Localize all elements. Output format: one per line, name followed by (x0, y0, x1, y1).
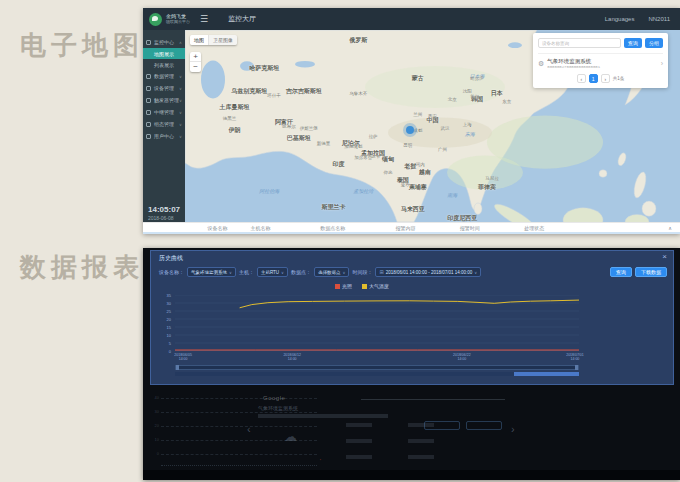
tab-monitor-hall[interactable]: 监控大厅 (228, 14, 256, 24)
sidebar-item-列表展示[interactable]: 列表展示 (143, 59, 185, 70)
datazoom-overview-bar[interactable] (175, 372, 579, 376)
sidebar-item-地图展示[interactable]: 地图展示 (143, 48, 185, 59)
trigger-icon (146, 98, 151, 103)
filter-row: 设备名称： 气象环境监测系统 ∨ 主机： 主机RTU ∨ 数据点： 选择数据点 … (159, 266, 667, 278)
cloud-weather-icon: ☁ (284, 429, 297, 444)
sidebar-item-label: 列表展示 (154, 62, 174, 68)
legend-item-光照[interactable]: 光照 (335, 283, 352, 289)
close-icon[interactable]: × (662, 252, 667, 261)
modal-title: 历史曲线 (159, 254, 183, 263)
alarm-column-报警内容: 报警内容 (395, 225, 415, 231)
device-filter-label: 设备名称： (159, 269, 184, 275)
device-name: 气象环境监测系统 (547, 58, 658, 65)
language-switch[interactable]: Languages (605, 16, 635, 22)
background-button-1 (424, 421, 460, 430)
gear-icon: ⚙ (538, 60, 544, 68)
device-code: 0000002700000000000001 (547, 65, 658, 69)
carousel-prev-icon: ‹ (247, 423, 251, 435)
sidebar-item-数据管理[interactable]: 数据管理∨ (143, 70, 185, 82)
alarm-column-报警时间: 报警时间 (460, 225, 480, 231)
group-button[interactable]: 分组 (645, 38, 663, 48)
sidebar-item-label: 设备管理 (154, 85, 174, 91)
sidebar-item-中继管理[interactable]: 中继管理∨ (143, 106, 185, 118)
sidebar-item-触发器管理[interactable]: 触发器管理∨ (143, 94, 185, 106)
zoom-in-button[interactable]: + (190, 52, 201, 62)
datazoom-selected-range[interactable] (514, 372, 579, 376)
background-device-card: 气象环境监测系统 ☁ (258, 405, 506, 465)
page: 电子地图 数据报表 金鸽飞龙 物联网云平台 ☰ 监控大厅 Languages N… (0, 0, 680, 482)
collapse-caret-icon[interactable]: ∧ (668, 225, 672, 231)
chevron-down-icon: ∨ (343, 270, 346, 275)
datapoint-select[interactable]: 选择数据点 ∨ (314, 267, 349, 277)
device-list-item[interactable]: ⚙ 气象环境监测系统 0000002700000000000001 › (538, 53, 663, 69)
map-view-button[interactable]: 地图 (190, 35, 208, 45)
sidebar-item-label: 用户中心 (154, 133, 174, 139)
search-button[interactable]: 查询 (624, 38, 642, 48)
caret-icon: ∧ (179, 40, 182, 45)
brand-text: 金鸽飞龙 物联网云平台 (166, 14, 190, 24)
satellite-view-button[interactable]: 卫星图像 (208, 35, 237, 45)
map-type-toggle: 地图 卫星图像 (190, 35, 237, 45)
alarm-column-数据点名称: 数据点名称 (320, 225, 345, 231)
menu-toggle-icon[interactable]: ☰ (200, 14, 208, 24)
y-axis-tick: 5 (153, 341, 171, 346)
pagination: ‹ 1 › 共1条 (538, 74, 663, 83)
device-cluster-marker[interactable] (406, 126, 414, 134)
query-button[interactable]: 查询 (610, 267, 632, 277)
map-app-window: 金鸽飞龙 物联网云平台 ☰ 监控大厅 Languages NN2011 监控中心… (143, 8, 680, 234)
relay-icon (146, 110, 151, 115)
y-axis-tick: 0 (153, 349, 171, 354)
page-next-button[interactable]: › (601, 74, 610, 83)
timerange-filter-label: 时间段： (352, 269, 372, 275)
database-icon (146, 74, 151, 79)
clock-date: 2018-06-08 (148, 215, 185, 221)
host-filter-label: 主机： (239, 269, 254, 275)
sidebar: 监控中心∧地图展示列表展示数据管理∨设备管理∨触发器管理∨中继管理∨组态管理∨用… (143, 30, 185, 234)
sidebar-item-label: 地图展示 (154, 51, 174, 57)
section-label-map: 电子地图 (20, 28, 144, 63)
background-scrollbar (361, 399, 505, 400)
sidebar-item-设备管理[interactable]: 设备管理∨ (143, 82, 185, 94)
chevron-down-icon: ∨ (229, 270, 232, 275)
history-line-chart (175, 295, 579, 351)
background-button-2 (466, 421, 502, 430)
device-select[interactable]: 气象环境监测系统 ∨ (187, 267, 236, 277)
host-select[interactable]: 主机RTU ∨ (257, 267, 288, 277)
sidebar-item-label: 触发器管理 (154, 97, 179, 103)
x-axis-tick: 2018/06/0514:00 (174, 353, 192, 361)
legend-label: 大气温度 (369, 283, 389, 289)
sidebar-item-label: 中继管理 (154, 109, 174, 115)
device-search-input[interactable] (538, 38, 621, 48)
chart-legend: 光照大气温度 (151, 283, 573, 289)
legend-item-大气温度[interactable]: 大气温度 (362, 283, 389, 289)
sidebar-item-label: 监控中心 (154, 39, 174, 45)
x-axis-tick: 2018/06/2214:00 (453, 353, 471, 361)
sidebar-item-组态管理[interactable]: 组态管理∨ (143, 118, 185, 130)
map-area[interactable]: 俄罗斯哈萨克斯坦蒙古中国印度巴基斯坦阿富汗伊朗缅甸泰国越南老挝柬埔寨菲律宾马来西… (185, 30, 680, 222)
alarm-column-设备名称: 设备名称 (207, 225, 227, 231)
sidebar-item-label: 数据管理 (154, 73, 174, 79)
section-label-report: 数据报表 (20, 250, 144, 285)
page-number[interactable]: 1 (589, 74, 598, 83)
user-account[interactable]: NN2011 (648, 16, 670, 22)
device-panel: 查询 分组 ⚙ 气象环境监测系统 0000002700000000000001 … (533, 33, 668, 88)
caret-icon: ∨ (179, 122, 182, 127)
zoom-out-button[interactable]: − (190, 62, 201, 72)
datazoom-slider[interactable] (175, 365, 579, 370)
dimmed-background-page: 4030 2010 0 ▪ Google 气象环境监测系统 ☁ (143, 385, 680, 480)
caret-icon: ∨ (179, 86, 182, 91)
sidebar-item-监控中心[interactable]: 监控中心∧ (143, 36, 185, 48)
download-data-button[interactable]: 下载数据 (635, 267, 667, 277)
alarm-table-header: ∧ 设备名称主机名称数据点名称报警内容报警时间处理状态 (143, 222, 680, 232)
sidebar-item-用户中心[interactable]: 用户中心∨ (143, 130, 185, 142)
monitor-icon (146, 40, 151, 45)
report-app-window: 4030 2010 0 ▪ Google 气象环境监测系统 ☁ (143, 248, 680, 480)
chevron-right-icon[interactable]: › (661, 60, 663, 67)
user-icon (146, 134, 151, 139)
y-axis-tick: 25 (153, 309, 171, 314)
history-curve-modal: 历史曲线 × 设备名称： 气象环境监测系统 ∨ 主机： 主机RTU ∨ 数据点：… (150, 250, 674, 385)
timerange-picker[interactable]: ⊞ 2018/06/01 14:00:00 - 2018/07/01 14:00… (375, 267, 481, 277)
y-axis-tick: 10 (153, 333, 171, 338)
chevron-down-icon: ∨ (281, 270, 284, 275)
page-prev-button[interactable]: ‹ (577, 74, 586, 83)
